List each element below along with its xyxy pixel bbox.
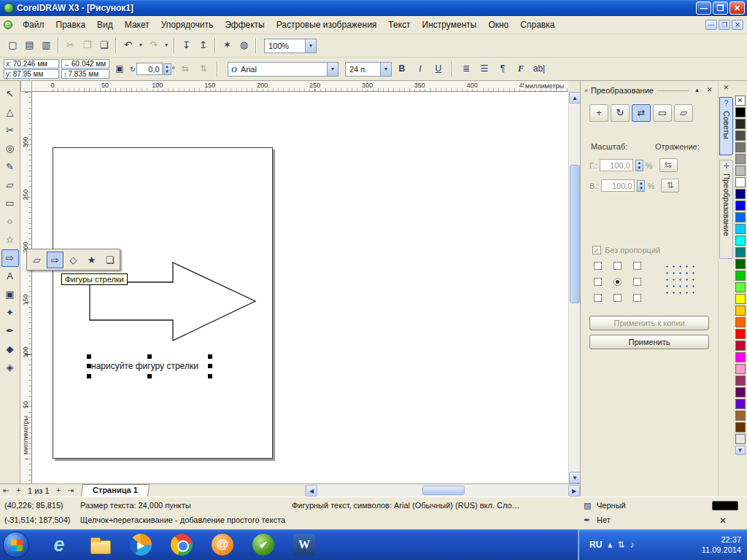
scroll-left-icon[interactable]: ◀ <box>306 485 317 497</box>
nonproportional-scaling-button[interactable]: ▣ <box>112 61 128 77</box>
menu-item-effects[interactable]: Эффекты <box>219 18 271 32</box>
selection-handle[interactable] <box>208 354 212 359</box>
network-icon[interactable]: ⇅ <box>617 540 624 550</box>
smart-fill-tool[interactable]: ▱ <box>1 176 19 194</box>
selected-text-object[interactable]: нарисуйте фигуру стрелки <box>89 357 210 376</box>
color-swatch[interactable] <box>735 341 746 351</box>
close-button[interactable]: ✕ <box>729 1 745 15</box>
media-player-icon[interactable]: ▶ <box>130 534 152 556</box>
color-swatch[interactable] <box>735 119 746 129</box>
scroll-down-icon[interactable]: ▼ <box>569 472 581 483</box>
docker-rollup-icon[interactable]: ▴ <box>692 85 702 95</box>
object-height-field[interactable]: ↕ 7.835 мм <box>61 69 109 79</box>
vertical-scrollbar[interactable]: ▲ ▼ <box>568 92 580 483</box>
font-size-combo[interactable]: 24 п. ▾ <box>345 62 392 77</box>
color-swatch[interactable] <box>735 411 746 421</box>
menu-item-tools[interactable]: Инструменты <box>417 18 483 32</box>
freehand-tool[interactable]: ✎ <box>1 158 19 176</box>
document-restore-button[interactable]: ❐ <box>719 20 730 30</box>
restore-button[interactable]: ❐ <box>713 1 728 15</box>
crop-tool[interactable]: ✂ <box>1 122 19 139</box>
underline-button[interactable]: U <box>430 61 446 77</box>
scale-mirror-button[interactable]: ⇄ <box>632 104 651 122</box>
rotate-button[interactable]: ↻ <box>611 104 630 122</box>
bulleted-list-button[interactable]: ☰ <box>476 61 492 77</box>
cut-button[interactable]: ✂ <box>62 37 79 54</box>
first-page-button[interactable]: ⇤ <box>0 485 12 497</box>
zoom-dropdown-icon[interactable]: ▾ <box>305 39 316 52</box>
banner-shapes-button[interactable]: ★ <box>83 252 100 268</box>
zoom-level-combo[interactable]: 100% ▾ <box>264 39 317 53</box>
color-swatch[interactable] <box>735 399 746 409</box>
menu-item-help[interactable]: Справка <box>514 18 560 32</box>
color-swatch[interactable] <box>735 422 746 432</box>
palette-scroll-down-icon[interactable]: ▼ <box>735 446 746 455</box>
font-list-combo[interactable]: O Arial ▾ <box>228 62 338 77</box>
rotation-angle-field[interactable]: ↻ 0,0 ▲▼ ° <box>130 63 175 75</box>
outline-tool[interactable]: ✒ <box>1 322 19 340</box>
color-swatch[interactable] <box>735 329 746 339</box>
color-swatch[interactable] <box>735 282 746 292</box>
shape-tool[interactable]: △ <box>1 104 19 121</box>
color-swatch[interactable] <box>735 376 746 386</box>
docker-close-icon[interactable]: ✕ <box>705 85 714 95</box>
selection-handle[interactable] <box>147 374 152 378</box>
color-swatch[interactable] <box>735 142 746 152</box>
anchor-point-1[interactable] <box>614 262 622 270</box>
horizontal-scroll-thumb[interactable] <box>422 486 465 495</box>
copy-button[interactable]: ❐ <box>79 37 96 54</box>
interactive-fill-tool[interactable]: ◈ <box>1 359 19 376</box>
page-tab[interactable]: Страница 1 <box>80 484 149 497</box>
selection-handle[interactable] <box>208 364 212 368</box>
color-swatch[interactable] <box>735 201 746 211</box>
scroll-right-icon[interactable]: ▶ <box>568 485 580 497</box>
anchor-point-0[interactable] <box>594 262 602 270</box>
color-swatch[interactable] <box>735 294 746 304</box>
color-swatch[interactable] <box>735 189 746 199</box>
vertical-ruler[interactable]: 30025020015010050 миллиметры <box>20 92 32 483</box>
artistic-text[interactable]: нарисуйте фигуру стрелки <box>91 361 208 371</box>
mirror-horizontal-button[interactable]: ⇆ <box>177 61 193 77</box>
interactive-blend-tool[interactable]: ▣ <box>1 286 19 303</box>
apply-button[interactable]: Применить <box>589 335 709 349</box>
selection-handle[interactable] <box>87 364 91 368</box>
rectangle-tool[interactable]: ▭ <box>1 195 19 212</box>
font-size-dropdown-icon[interactable]: ▾ <box>380 63 391 76</box>
color-swatch[interactable] <box>735 212 746 222</box>
arrow-shapes-tool[interactable]: ⇨ <box>1 249 19 267</box>
undo-dropdown-button[interactable]: ▾ <box>136 37 145 54</box>
scale-h-field[interactable]: 100,0 <box>600 159 633 171</box>
chrome-icon[interactable] <box>171 534 193 556</box>
redo-button[interactable]: ↷ <box>145 37 162 54</box>
menu-item-arrange[interactable]: Упорядочить <box>155 18 219 32</box>
polygon-tool[interactable]: ☆ <box>1 231 19 249</box>
basic-shapes-button[interactable]: ▱ <box>28 252 45 268</box>
selection-handle[interactable] <box>147 354 152 359</box>
eyedropper-tool[interactable]: ✦ <box>1 304 19 322</box>
new-button[interactable]: ▢ <box>4 37 21 54</box>
color-swatch[interactable] <box>735 131 746 141</box>
export-button[interactable]: ↥ <box>195 37 212 54</box>
callout-shapes-button[interactable]: ❏ <box>101 252 118 268</box>
italic-button[interactable]: I <box>412 61 428 77</box>
color-swatch[interactable] <box>735 154 746 164</box>
font-dropdown-icon[interactable]: ▾ <box>327 63 338 76</box>
text-tool[interactable]: A <box>1 268 19 285</box>
menu-item-file[interactable]: Файл <box>17 18 50 32</box>
color-swatch[interactable] <box>735 364 746 374</box>
color-swatch[interactable] <box>735 306 746 316</box>
add-page-before-button[interactable]: + <box>12 485 25 497</box>
fill-tool[interactable]: ◆ <box>1 341 19 358</box>
mirror-vertical-button[interactable]: ⇅ <box>661 179 679 192</box>
drop-cap-button[interactable]: ¶ <box>495 61 511 77</box>
object-y-field[interactable]: y: 87.95 мм <box>4 69 59 79</box>
internet-explorer-icon[interactable]: e <box>48 534 70 556</box>
volume-icon[interactable]: ♪ <box>630 540 634 550</box>
color-swatch[interactable] <box>735 259 746 269</box>
horizontal-ruler[interactable]: 050100150200250300350400450 миллиметры <box>32 81 568 92</box>
menu-item-edit[interactable]: Правка <box>50 18 92 32</box>
zoom-tool[interactable]: ◎ <box>1 140 19 158</box>
anchor-point-2[interactable] <box>633 262 641 270</box>
clock[interactable]: 22:37 11.09.2014 <box>702 534 741 555</box>
drawing-canvas[interactable]: нарисуйте фигуру стрелки <box>32 92 568 483</box>
